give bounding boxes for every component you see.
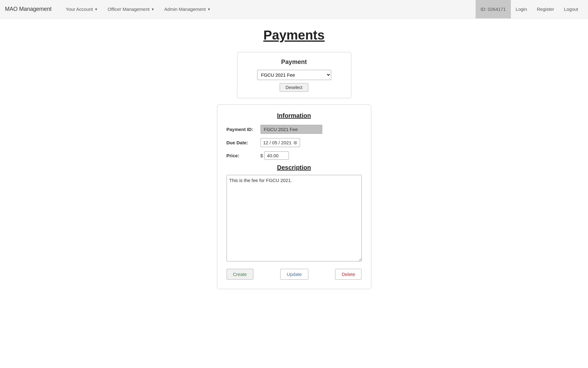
- description-textarea[interactable]: This is the fee for FGCU 2021.: [227, 175, 362, 261]
- price-label: Price:: [227, 153, 261, 158]
- nav-your-account[interactable]: Your Account ▼: [61, 0, 103, 19]
- nav-officer-management[interactable]: Officer Management ▼: [103, 0, 160, 19]
- payment-select[interactable]: FGCU 2021 Fee Other Fee: [257, 70, 331, 80]
- admin-management-label: Admin Management: [164, 6, 206, 12]
- price-symbol: $: [261, 153, 263, 158]
- login-label: Login: [516, 6, 527, 12]
- nav-id-badge: ID: 0264171: [476, 0, 511, 19]
- payment-id-value: FGCU 2021 Fee: [261, 125, 322, 134]
- officer-management-dropdown-icon: ▼: [151, 7, 154, 11]
- main-content: Payments Payment FGCU 2021 Fee Other Fee…: [155, 19, 433, 298]
- date-input-wrapper[interactable]: 12 / 05 / 2021 ⊗: [261, 138, 300, 147]
- payment-select-wrapper: FGCU 2021 Fee Other Fee: [244, 70, 345, 80]
- info-card: Information Payment ID: FGCU 2021 Fee Du…: [217, 104, 371, 289]
- page-title: Payments: [161, 28, 427, 43]
- id-badge-text: ID: 0264171: [481, 6, 506, 12]
- price-input[interactable]: [264, 151, 289, 160]
- payment-id-row: Payment ID: FGCU 2021 Fee: [227, 125, 362, 134]
- payment-card-title: Payment: [244, 58, 345, 66]
- delete-button[interactable]: Delete: [335, 269, 361, 280]
- deselect-wrapper: Deselect: [244, 83, 345, 92]
- logout-label: Logout: [564, 6, 578, 12]
- update-button[interactable]: Update: [280, 269, 308, 280]
- navbar: MAO Management Your Account ▼ Officer Ma…: [0, 0, 588, 19]
- price-wrapper: $: [261, 151, 289, 160]
- info-title: Information: [227, 112, 362, 119]
- payment-card: Payment FGCU 2021 Fee Other Fee Deselect: [237, 52, 351, 98]
- date-clear-icon[interactable]: ⊗: [293, 140, 297, 146]
- buttons-row: Create Update Delete: [227, 269, 362, 280]
- due-date-label: Due Date:: [227, 140, 261, 145]
- nav-admin-management[interactable]: Admin Management ▼: [159, 0, 215, 19]
- your-account-dropdown-icon: ▼: [94, 7, 98, 11]
- your-account-label: Your Account: [66, 6, 93, 12]
- create-button[interactable]: Create: [227, 269, 253, 280]
- nav-logout[interactable]: Logout: [559, 0, 583, 19]
- due-date-value: 12 / 05 / 2021: [263, 140, 292, 145]
- price-row: Price: $: [227, 151, 362, 160]
- officer-management-label: Officer Management: [108, 6, 150, 12]
- nav-register[interactable]: Register: [532, 0, 559, 19]
- register-label: Register: [537, 6, 554, 12]
- navbar-right: ID: 0264171 Login Register Logout: [476, 0, 583, 19]
- payment-id-label: Payment ID:: [227, 127, 261, 132]
- navbar-brand: MAO Management: [5, 6, 52, 12]
- nav-login[interactable]: Login: [511, 0, 532, 19]
- due-date-row: Due Date: 12 / 05 / 2021 ⊗: [227, 138, 362, 147]
- navbar-links: Your Account ▼ Officer Management ▼ Admi…: [61, 0, 476, 19]
- description-title: Description: [227, 164, 362, 171]
- deselect-button[interactable]: Deselect: [280, 83, 308, 92]
- admin-management-dropdown-icon: ▼: [207, 7, 211, 11]
